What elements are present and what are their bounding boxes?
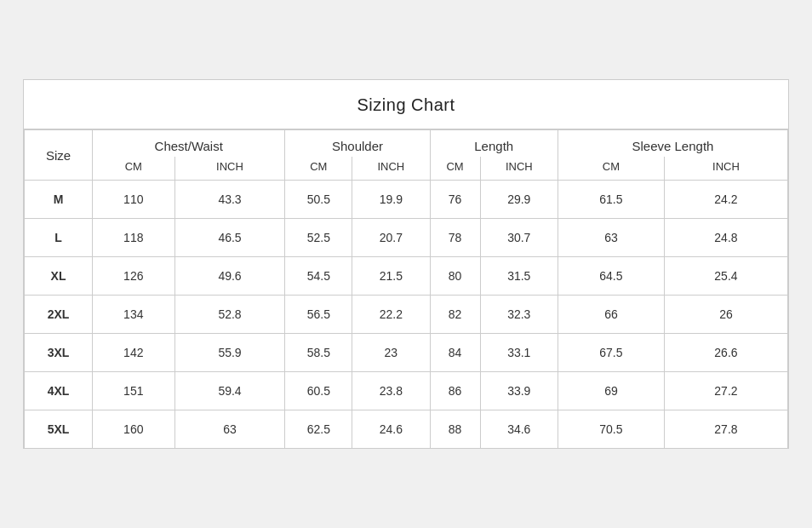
sleeve-inch-cell: 27.8 [664, 410, 787, 449]
shoulder-cm-subheader: CM [285, 157, 352, 181]
size-cell: M [25, 181, 93, 219]
length-cm-cell: 86 [430, 372, 480, 410]
sleeve-inch-cell: 26 [664, 296, 787, 334]
sizing-table: Size Chest/Waist Shoulder Length Sleeve … [24, 129, 788, 448]
table-row: XL12649.654.521.58031.564.525.4 [25, 257, 788, 296]
sleeve-length-header: Sleeve Length [558, 130, 787, 158]
sleeve-cm-cell: 61.5 [558, 181, 664, 219]
chest-inch-cell: 49.6 [174, 257, 285, 296]
sleeve-cm-cell: 64.5 [558, 257, 664, 296]
shoulder-cm-cell: 54.5 [285, 257, 352, 296]
length-inch-cell: 29.9 [480, 181, 558, 219]
size-cell: 5XL [25, 410, 93, 449]
length-cm-cell: 76 [430, 181, 480, 219]
shoulder-inch-cell: 19.9 [352, 181, 430, 219]
sleeve-inch-subheader: INCH [664, 157, 787, 181]
shoulder-inch-cell: 23 [352, 334, 430, 372]
chest-cm-cell: 142 [93, 334, 175, 372]
shoulder-inch-cell: 20.7 [352, 219, 430, 257]
sleeve-cm-subheader: CM [558, 157, 664, 181]
chest-inch-cell: 52.8 [174, 296, 285, 334]
length-cm-subheader: CM [430, 157, 480, 181]
size-column-header: Size [25, 130, 93, 181]
chest-waist-header: Chest/Waist [93, 130, 285, 158]
length-inch-cell: 33.1 [480, 334, 558, 372]
sleeve-inch-cell: 27.2 [664, 372, 787, 410]
sleeve-cm-cell: 69 [558, 372, 664, 410]
shoulder-cm-cell: 58.5 [285, 334, 352, 372]
group-header-row: Size Chest/Waist Shoulder Length Sleeve … [25, 130, 788, 158]
size-cell: XL [25, 257, 93, 296]
table-row: L11846.552.520.77830.76324.8 [25, 219, 788, 257]
length-cm-cell: 84 [430, 334, 480, 372]
length-cm-cell: 78 [430, 219, 480, 257]
sleeve-inch-cell: 26.6 [664, 334, 787, 372]
shoulder-inch-subheader: INCH [352, 157, 430, 181]
sleeve-cm-cell: 67.5 [558, 334, 664, 372]
sizing-chart-container: Sizing Chart Size Chest/Waist Shoulder L… [23, 79, 789, 449]
length-cm-cell: 80 [430, 257, 480, 296]
size-cell: L [25, 219, 93, 257]
shoulder-inch-cell: 24.6 [352, 410, 430, 449]
chest-cm-subheader: CM [93, 157, 175, 181]
chest-inch-cell: 55.9 [174, 334, 285, 372]
sleeve-cm-cell: 63 [558, 219, 664, 257]
sleeve-inch-cell: 24.8 [664, 219, 787, 257]
sleeve-cm-cell: 66 [558, 296, 664, 334]
chest-cm-cell: 126 [93, 257, 175, 296]
subheader-row: CM INCH CM INCH CM INCH CM INCH [25, 157, 788, 181]
table-row: 2XL13452.856.522.28232.36626 [25, 296, 788, 334]
shoulder-cm-cell: 50.5 [285, 181, 352, 219]
size-cell: 4XL [25, 372, 93, 410]
table-row: 4XL15159.460.523.88633.96927.2 [25, 372, 788, 410]
shoulder-header: Shoulder [285, 130, 430, 158]
length-inch-cell: 33.9 [480, 372, 558, 410]
length-inch-cell: 30.7 [480, 219, 558, 257]
chest-inch-subheader: INCH [174, 157, 285, 181]
length-cm-cell: 88 [430, 410, 480, 449]
shoulder-cm-cell: 52.5 [285, 219, 352, 257]
table-row: M11043.350.519.97629.961.524.2 [25, 181, 788, 219]
length-inch-cell: 31.5 [480, 257, 558, 296]
sleeve-inch-cell: 24.2 [664, 181, 787, 219]
shoulder-inch-cell: 22.2 [352, 296, 430, 334]
length-header: Length [430, 130, 558, 158]
chest-inch-cell: 43.3 [174, 181, 285, 219]
chart-title: Sizing Chart [24, 80, 788, 129]
table-body: M11043.350.519.97629.961.524.2L11846.552… [25, 181, 788, 449]
chest-inch-cell: 63 [174, 410, 285, 449]
length-cm-cell: 82 [430, 296, 480, 334]
shoulder-cm-cell: 60.5 [285, 372, 352, 410]
shoulder-inch-cell: 23.8 [352, 372, 430, 410]
chest-cm-cell: 160 [93, 410, 175, 449]
chest-cm-cell: 134 [93, 296, 175, 334]
length-inch-cell: 32.3 [480, 296, 558, 334]
chest-cm-cell: 118 [93, 219, 175, 257]
size-cell: 3XL [25, 334, 93, 372]
size-cell: 2XL [25, 296, 93, 334]
table-row: 3XL14255.958.5238433.167.526.6 [25, 334, 788, 372]
table-row: 5XL1606362.524.68834.670.527.8 [25, 410, 788, 449]
chest-inch-cell: 59.4 [174, 372, 285, 410]
length-inch-subheader: INCH [480, 157, 558, 181]
sleeve-cm-cell: 70.5 [558, 410, 664, 449]
shoulder-cm-cell: 62.5 [285, 410, 352, 449]
chest-inch-cell: 46.5 [174, 219, 285, 257]
length-inch-cell: 34.6 [480, 410, 558, 449]
shoulder-inch-cell: 21.5 [352, 257, 430, 296]
sleeve-inch-cell: 25.4 [664, 257, 787, 296]
chest-cm-cell: 110 [93, 181, 175, 219]
chest-cm-cell: 151 [93, 372, 175, 410]
shoulder-cm-cell: 56.5 [285, 296, 352, 334]
